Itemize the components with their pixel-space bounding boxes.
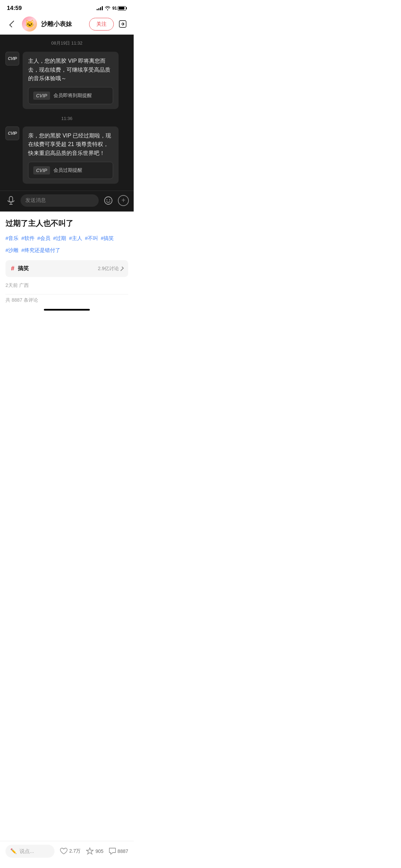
sender-avatar-2: CVIP bbox=[5, 126, 19, 140]
svg-point-5 bbox=[107, 199, 108, 200]
vip-logo-1: CVIP bbox=[33, 92, 50, 100]
chat-text-2: 亲，您的黑胶 VIP 已经过期啦，现在续费可享受超 21 项尊贵特权，快来重启高… bbox=[28, 131, 113, 158]
message-placeholder: 发送消息 bbox=[25, 197, 46, 204]
chat-message-2: CVIP 亲，您的黑胶 VIP 已经过期啦，现在续费可享受超 21 项尊贵特权，… bbox=[0, 126, 134, 191]
battery-icon: 91 bbox=[112, 6, 127, 11]
follow-button[interactable]: 关注 bbox=[89, 18, 114, 31]
status-time: 14:59 bbox=[7, 5, 22, 12]
vip-card-title-1: 会员即将到期提醒 bbox=[53, 93, 92, 99]
topic-name: 搞笑 bbox=[18, 265, 29, 272]
post-content: 过期了主人也不叫了 #音乐 #软件 #会员 #过期 #主人 #不叫 #搞笑 #沙… bbox=[0, 212, 134, 306]
vip-card-2[interactable]: CVIP 会员过期提醒 bbox=[28, 162, 113, 179]
tag-4[interactable]: #主人 bbox=[69, 233, 82, 243]
comment-count-preview: 共 8887 条评论 bbox=[5, 294, 128, 306]
topic-hash-icon: # bbox=[11, 265, 14, 272]
post-meta: 2天前 广西 bbox=[5, 282, 128, 289]
tag-1[interactable]: #软件 bbox=[21, 233, 34, 243]
svg-point-4 bbox=[105, 197, 112, 204]
signal-icon bbox=[97, 6, 103, 10]
topic-discussion-count: 2.9亿讨论 bbox=[98, 266, 119, 272]
share-icon bbox=[119, 20, 126, 28]
topic-left: # 搞笑 bbox=[11, 265, 29, 272]
svg-point-6 bbox=[109, 199, 110, 200]
wifi-icon bbox=[105, 6, 110, 10]
mic-button[interactable] bbox=[5, 194, 17, 207]
tag-7[interactable]: #沙雕 bbox=[5, 245, 19, 255]
home-indicator bbox=[44, 309, 90, 311]
tag-0[interactable]: #音乐 bbox=[5, 233, 19, 243]
add-button[interactable]: + bbox=[118, 195, 129, 206]
share-button[interactable] bbox=[117, 19, 128, 29]
emoji-icon bbox=[104, 196, 113, 205]
vip-card-title-2: 会员过期提醒 bbox=[53, 167, 82, 173]
chat-bubble-1: 主人，您的黑胶 VIP 即将离您而去，现在续费，可继续享受高品质的音乐体验哦～ … bbox=[23, 52, 119, 109]
emoji-button[interactable] bbox=[102, 194, 114, 207]
topic-right: 2.9亿讨论 bbox=[98, 266, 123, 272]
tag-2[interactable]: #会员 bbox=[37, 233, 50, 243]
user-name: 沙雕小表妹 bbox=[41, 20, 72, 28]
status-bar: 14:59 91 bbox=[0, 0, 134, 14]
nav-left: 🐱 沙雕小表妹 bbox=[5, 16, 72, 32]
post-title: 过期了主人也不叫了 bbox=[5, 218, 128, 229]
chat-text-1: 主人，您的黑胶 VIP 即将离您而去，现在续费，可继续享受高品质的音乐体验哦～ bbox=[28, 57, 113, 83]
tag-6[interactable]: #搞笑 bbox=[101, 233, 114, 243]
tag-3[interactable]: #过期 bbox=[53, 233, 66, 243]
message-input-area: 发送消息 + bbox=[0, 191, 134, 212]
chevron-right-icon bbox=[119, 267, 124, 271]
chat-area: 08月19日 11:32 CVIP 主人，您的黑胶 VIP 即将离您而去，现在续… bbox=[0, 35, 134, 212]
sender-avatar-1: CVIP bbox=[5, 52, 19, 65]
top-nav: 🐱 沙雕小表妹 关注 bbox=[0, 14, 134, 35]
svg-rect-1 bbox=[9, 196, 13, 202]
vip-card-1[interactable]: CVIP 会员即将到期提醒 bbox=[28, 87, 113, 104]
back-button[interactable] bbox=[5, 18, 18, 30]
status-icons: 91 bbox=[97, 6, 127, 11]
chat-message-1: CVIP 主人，您的黑胶 VIP 即将离您而去，现在续费，可继续享受高品质的音乐… bbox=[0, 52, 134, 116]
nav-right: 关注 bbox=[89, 18, 128, 31]
vip-logo-2: CVIP bbox=[33, 166, 50, 174]
tags-container: #音乐 #软件 #会员 #过期 #主人 #不叫 #搞笑 #沙雕 #终究还是错付了 bbox=[5, 233, 128, 255]
tag-5[interactable]: #不叫 bbox=[85, 233, 98, 243]
topic-card[interactable]: # 搞笑 2.9亿讨论 bbox=[5, 260, 128, 277]
message-input[interactable]: 发送消息 bbox=[21, 194, 99, 207]
mic-icon bbox=[7, 196, 15, 205]
avatar[interactable]: 🐱 bbox=[22, 16, 37, 32]
chat-bubble-2: 亲，您的黑胶 VIP 已经过期啦，现在续费可享受超 21 项尊贵特权，快来重启高… bbox=[23, 126, 119, 184]
chat-timestamp-1: 08月19日 11:32 bbox=[0, 40, 134, 46]
tag-8[interactable]: #终究还是错付了 bbox=[21, 245, 60, 255]
chat-timestamp-2: 11:36 bbox=[0, 116, 134, 121]
